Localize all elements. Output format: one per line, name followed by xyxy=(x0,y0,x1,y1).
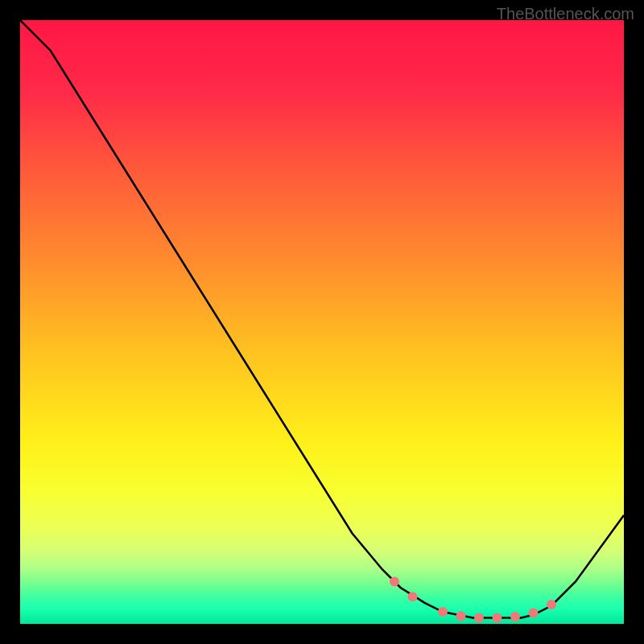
marker-point xyxy=(408,592,418,601)
curve-layer xyxy=(20,20,624,624)
marker-point xyxy=(456,611,466,621)
marker-point xyxy=(493,613,502,623)
marker-point xyxy=(510,612,520,621)
marker-point xyxy=(438,607,448,617)
plot-area xyxy=(20,20,624,624)
highlight-markers xyxy=(390,577,556,623)
marker-point xyxy=(474,613,484,623)
marker-point xyxy=(547,600,556,609)
bottleneck-curve xyxy=(20,20,624,618)
marker-point xyxy=(529,609,539,618)
watermark-text: TheBottleneck.com xyxy=(497,5,634,23)
marker-point xyxy=(390,577,399,587)
